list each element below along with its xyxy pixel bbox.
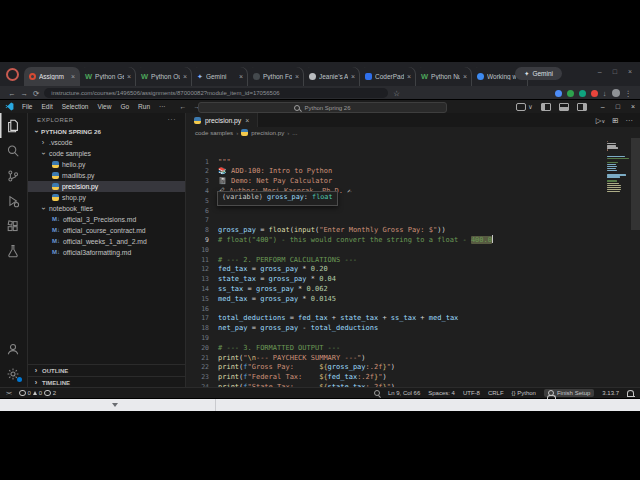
activity-bar-item-settings[interactable]	[0, 361, 26, 386]
reload-icon[interactable]: ⟳	[33, 89, 39, 98]
tab-close-icon[interactable]: ×	[245, 117, 249, 124]
code-line[interactable]: 14ss_tax = gross_pay * 0.062	[186, 285, 640, 295]
activity-bar-item-run-debug[interactable]	[0, 188, 26, 213]
status-cursor-position[interactable]: Ln 9, Col 66	[388, 390, 420, 396]
browser-tab[interactable]: Assignm×	[24, 67, 80, 86]
activity-bar-item-extensions[interactable]	[0, 213, 26, 238]
downloads-icon[interactable]: ↓	[603, 89, 607, 98]
bookmark-star-icon[interactable]: ☆	[393, 89, 400, 98]
code-line[interactable]: 1"""	[186, 158, 640, 168]
file-tree-item[interactable]: M↓official3aformatting.md	[28, 247, 185, 258]
sidebar-panel-outline[interactable]: ›OUTLINE	[28, 364, 185, 376]
code-line[interactable]: 2📚 ADD-100: Intro to Python	[186, 167, 640, 177]
tab-close-icon[interactable]: ×	[407, 73, 411, 80]
status-language[interactable]: {} Python	[512, 390, 536, 396]
url-bar[interactable]: instructure.com/courses/1496506/assignme…	[44, 88, 388, 98]
toggle-sidebar-icon[interactable]	[541, 103, 551, 111]
nav-back-icon[interactable]: ←	[180, 103, 187, 110]
file-tree-item[interactable]: ›code samples	[28, 148, 185, 159]
code-line[interactable]: 23print(f"Federal Tax: ${fed_tax:.2f}")	[186, 373, 640, 383]
workspace-root[interactable]: › PYTHON SPRING 26	[28, 126, 185, 137]
activity-bar-item-account[interactable]	[0, 336, 26, 361]
tab-close-icon[interactable]: ×	[71, 73, 75, 80]
explorer-more-actions[interactable]: ···	[168, 116, 177, 123]
code-line[interactable]: 15med_tax = gross_pay * 0.0145	[186, 295, 640, 305]
menu-moremoremore[interactable]: ···	[155, 103, 170, 110]
screencast-magnifier-icon[interactable]	[374, 390, 380, 396]
code-line[interactable]: 21print("\n--- PAYCHECK SUMMARY ---")	[186, 354, 640, 364]
command-center-search[interactable]: Python Spring 26	[198, 102, 447, 113]
status-indentation[interactable]: Spaces: 4	[428, 390, 455, 396]
back-icon[interactable]: ←	[8, 89, 16, 98]
menu-run[interactable]: Run	[134, 103, 154, 110]
tab-close-icon[interactable]: ×	[351, 73, 355, 80]
minimap[interactable]	[607, 141, 629, 193]
minimize-icon[interactable]: –	[601, 103, 605, 110]
close-icon[interactable]: ×	[631, 103, 635, 110]
activity-bar-item-explorer[interactable]	[0, 113, 26, 138]
code-line[interactable]: 13state_tax = gross_pay * 0.04	[186, 275, 640, 285]
split-editor-button[interactable]: ⊞	[612, 116, 618, 125]
maximize-icon[interactable]: □	[613, 68, 617, 75]
status-eol[interactable]: CRLF	[488, 390, 504, 396]
maximize-icon[interactable]: □	[616, 103, 620, 110]
browser-tab[interactable]: WPython Nu×	[416, 67, 472, 86]
tab-close-icon[interactable]: ×	[463, 73, 467, 80]
extension-icon[interactable]	[579, 90, 586, 97]
code-line[interactable]: 9# float("400") - this would convert the…	[186, 236, 640, 246]
extension-icon[interactable]	[555, 90, 562, 97]
code-line[interactable]: 3📓 Demo: Net Pay Calculator	[186, 177, 640, 187]
code-line[interactable]: 19	[186, 334, 640, 344]
tab-close-icon[interactable]: ×	[295, 73, 299, 80]
file-tree-item[interactable]: M↓official_3_Precisions.md	[28, 214, 185, 225]
tab-close-icon[interactable]: ×	[239, 73, 243, 80]
editor-more-actions[interactable]: ···	[626, 116, 634, 125]
file-tree-item[interactable]: M↓official_course_contract.md	[28, 225, 185, 236]
code-line[interactable]: 18net_pay = gross_pay - total_deductions	[186, 324, 640, 334]
close-icon[interactable]: ×	[628, 68, 632, 75]
browser-profile-icon[interactable]	[6, 68, 19, 81]
tab-close-icon[interactable]: ×	[127, 73, 131, 80]
code-line[interactable]: 12fed_tax = gross_pay * 0.20	[186, 265, 640, 275]
toggle-secondary-sidebar-icon[interactable]	[577, 103, 587, 111]
forward-icon[interactable]: →	[21, 89, 29, 98]
browser-tab[interactable]: WPython Ge×	[80, 67, 136, 86]
menu-go[interactable]: Go	[116, 103, 133, 110]
tab-close-icon[interactable]: ×	[183, 73, 187, 80]
toggle-panel-icon[interactable]	[559, 103, 569, 111]
code-line[interactable]: 7	[186, 216, 640, 226]
file-tree-item[interactable]: precision.py	[28, 181, 185, 192]
code-line[interactable]: 17total_deductions = fed_tax + state_tax…	[186, 314, 640, 324]
browser-avatar[interactable]	[612, 89, 620, 97]
breadcrumb-symbol[interactable]: ...	[292, 129, 297, 136]
notifications-bell-icon[interactable]	[627, 390, 634, 396]
minimize-icon[interactable]: –	[598, 68, 602, 75]
browser-tab[interactable]: Python Fo×	[248, 67, 304, 86]
activity-bar-item-testing[interactable]	[0, 238, 26, 263]
code-line[interactable]: 6	[186, 207, 640, 217]
file-tree-item[interactable]: M↓official_weeks_1_and_2.md	[28, 236, 185, 247]
copilot-chat-button[interactable]: ∨	[516, 103, 533, 111]
run-button[interactable]: ▷∨	[596, 116, 605, 125]
browser-tab[interactable]: ✦Gemini×	[192, 67, 248, 86]
finish-setup-button[interactable]: Finish Setup	[544, 389, 594, 397]
code-line[interactable]: 22print(f"Gross Pay: ${gross_pay:.2f}")	[186, 363, 640, 373]
code-line[interactable]: 20# --- 3. FORMATTED OUTPUT ---	[186, 344, 640, 354]
browser-tab[interactable]: CoderPad×	[360, 67, 416, 86]
scrollbar[interactable]	[631, 138, 640, 230]
extension-icon[interactable]	[591, 90, 598, 97]
gemini-button[interactable]: ✦ Gemini	[515, 67, 562, 80]
file-tree-item[interactable]: shop.py	[28, 192, 185, 203]
browser-tab[interactable]: Jeanie's Al×	[304, 67, 360, 86]
remote-indicator[interactable]: ><	[6, 390, 11, 396]
menu-selection[interactable]: Selection	[58, 103, 93, 110]
activity-bar-item-source-control[interactable]	[0, 163, 26, 188]
diagnostics[interactable]: 0 0 2	[19, 390, 56, 397]
breadcrumb-file[interactable]: precision.py	[251, 129, 284, 136]
code-area[interactable]: 1"""2📚 ADD-100: Intro to Python3📓 Demo: …	[186, 138, 640, 388]
code-line[interactable]: 11# --- 2. PERFORM CALCULATIONS ---	[186, 256, 640, 266]
menu-file[interactable]: File	[18, 103, 36, 110]
status-encoding[interactable]: UTF-8	[463, 390, 480, 396]
extension-icon[interactable]	[567, 90, 574, 97]
editor-tab-precision[interactable]: precision.py ×	[186, 113, 258, 127]
